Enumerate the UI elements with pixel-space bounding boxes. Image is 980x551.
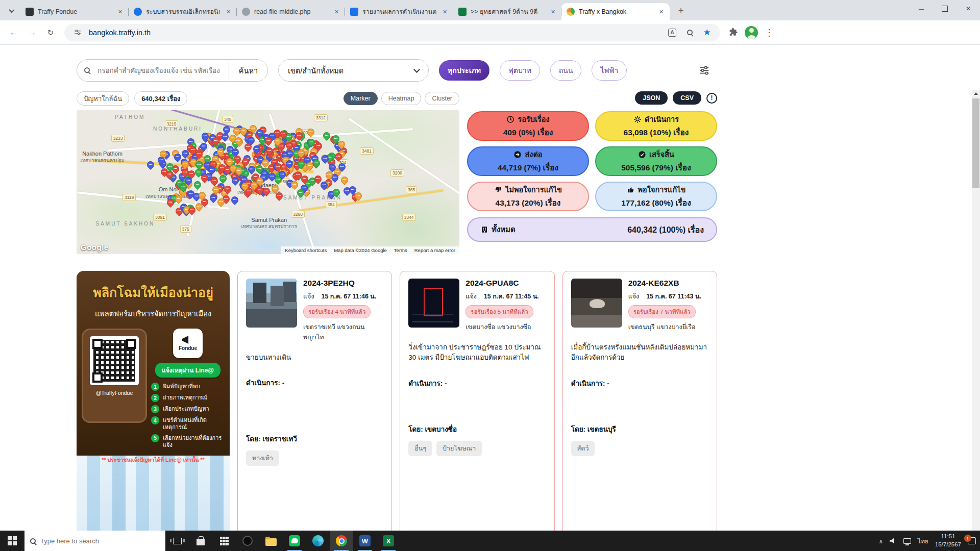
browser-menu-icon[interactable] xyxy=(763,27,775,39)
stat-card-finished[interactable]: เสร็จสิ้น 505,596 (79%) เรื่อง xyxy=(595,146,717,176)
report-card[interactable]: 2024-GPUA8C แจ้ง15 ก.ค. 67 11:45 น. รอรั… xyxy=(400,271,554,531)
map-marker[interactable] xyxy=(233,136,243,146)
tab-strategy[interactable]: >> ยุทธศาสตร์ 9ด้าน 9ดี xyxy=(453,3,561,20)
tab-search-button[interactable] xyxy=(5,4,18,17)
line-app-button[interactable] xyxy=(283,531,306,551)
new-tab-button[interactable] xyxy=(674,4,688,18)
info-icon[interactable] xyxy=(706,93,717,104)
page-scrollbar[interactable] xyxy=(972,90,980,531)
start-button[interactable] xyxy=(0,531,24,551)
type-filter-all[interactable]: ทุกประเภท xyxy=(439,60,489,81)
task-view-button[interactable] xyxy=(165,531,189,551)
map-marker[interactable] xyxy=(145,160,156,170)
tray-expand-icon[interactable] xyxy=(879,536,883,545)
map-marker[interactable] xyxy=(319,180,329,190)
map-marker[interactable] xyxy=(289,180,300,190)
map-marker[interactable] xyxy=(277,169,287,180)
refresh-button[interactable] xyxy=(42,24,59,41)
search-input[interactable] xyxy=(77,67,229,74)
google-map[interactable]: PATHOM NONTHABURI SAMUT PRAKAN SAMUT SAK… xyxy=(77,110,459,254)
report-photo[interactable] xyxy=(246,279,297,328)
tab-close-icon[interactable] xyxy=(116,8,125,16)
word-button[interactable] xyxy=(353,531,377,551)
tab-close-icon[interactable] xyxy=(549,8,557,16)
map-marker[interactable] xyxy=(353,191,363,201)
map-marker[interactable] xyxy=(261,186,272,196)
tab-close-icon[interactable] xyxy=(332,8,341,16)
report-photo[interactable] xyxy=(408,279,459,328)
tab-report-k[interactable]: รายงานผลการดำเนินงานตาม K xyxy=(345,3,453,20)
tab-close-icon[interactable] xyxy=(224,8,233,16)
report-tag[interactable]: อื่นๆ xyxy=(408,441,432,456)
map-marker[interactable] xyxy=(331,187,341,197)
tab-traffy-fondue[interactable]: Traffy Fondue xyxy=(20,3,129,20)
view-heatmap-button[interactable]: Heatmap xyxy=(381,92,422,105)
store-button[interactable] xyxy=(189,531,212,551)
map-marker[interactable] xyxy=(156,155,166,165)
type-filter-footpath[interactable]: ฟุตบาท xyxy=(500,60,540,81)
terms-link[interactable]: Terms xyxy=(394,247,407,253)
map-marker[interactable] xyxy=(320,154,330,164)
map-marker[interactable] xyxy=(260,158,271,168)
map-marker[interactable] xyxy=(165,197,176,208)
map-marker[interactable] xyxy=(273,136,283,146)
keyboard-shortcuts-link[interactable]: Keyboard shortcuts xyxy=(285,247,327,253)
dark-app-button[interactable] xyxy=(236,531,259,551)
csv-export-button[interactable]: CSV xyxy=(673,91,701,105)
window-minimize-button[interactable] xyxy=(910,0,933,17)
view-marker-button[interactable]: Marker xyxy=(344,92,378,105)
notification-icon[interactable]: 1 xyxy=(968,537,976,544)
report-map-error-link[interactable]: Report a map error xyxy=(414,247,455,253)
map-marker[interactable] xyxy=(333,152,344,162)
map-marker[interactable] xyxy=(306,127,316,137)
tab-close-icon[interactable] xyxy=(440,8,449,16)
map-marker[interactable] xyxy=(296,188,306,198)
back-button[interactable] xyxy=(5,24,22,41)
forward-button[interactable] xyxy=(23,24,41,41)
site-settings-icon[interactable] xyxy=(71,27,84,39)
address-bar[interactable]: bangkok.traffy.in.th xyxy=(64,24,720,41)
report-tag[interactable]: ทางเท้า xyxy=(246,450,279,466)
url-text[interactable]: bangkok.traffy.in.th xyxy=(89,29,661,37)
map-marker[interactable] xyxy=(296,159,306,169)
advanced-filter-icon[interactable] xyxy=(699,65,710,76)
window-close-button[interactable] xyxy=(957,0,980,17)
calculator-button[interactable] xyxy=(212,531,236,551)
tab-traffy-bangkok-active[interactable]: Traffy x Bangkok xyxy=(561,3,670,20)
map-marker[interactable] xyxy=(339,176,350,186)
map-marker[interactable] xyxy=(220,132,230,142)
extensions-puzzle-icon[interactable] xyxy=(727,27,740,39)
map-marker[interactable] xyxy=(337,162,347,172)
report-photo[interactable] xyxy=(571,279,622,328)
map-marker[interactable] xyxy=(238,126,249,136)
view-cluster-button[interactable]: Cluster xyxy=(425,92,459,105)
scroll-up-arrow[interactable] xyxy=(972,90,980,97)
map-marker[interactable] xyxy=(296,148,306,158)
zoom-icon[interactable] xyxy=(683,27,696,39)
taskbar-search-input[interactable] xyxy=(40,537,160,545)
stat-card-forwarded[interactable]: ส่งต่อ 44,719 (7%) เรื่อง xyxy=(467,146,589,176)
file-explorer-button[interactable] xyxy=(259,531,283,551)
report-card[interactable]: 2024-KE62XB แจ้ง15 ก.ค. 67 11:43 น. รอรั… xyxy=(562,271,717,531)
json-export-button[interactable]: JSON xyxy=(635,91,668,105)
profile-avatar[interactable] xyxy=(745,26,758,39)
district-dropdown[interactable]: เขต/สำนักทั้งหมด xyxy=(278,59,429,82)
edge-button[interactable] xyxy=(306,531,330,551)
taskbar-search[interactable] xyxy=(24,531,165,551)
map-marker[interactable] xyxy=(174,194,184,204)
stat-card-pending[interactable]: รอรับเรื่อง 409 (0%) เรื่อง xyxy=(467,111,589,141)
window-maximize-button[interactable] xyxy=(933,0,957,17)
tab-saraban[interactable]: ระบบสารบรรณอิเล็กทรอนิกส์ข xyxy=(129,3,237,20)
map-marker[interactable] xyxy=(294,131,304,141)
report-tag[interactable]: ป้ายโฆษณา xyxy=(436,441,482,456)
stat-card-in-progress[interactable]: ดำเนินการ 63,098 (10%) เรื่อง xyxy=(595,111,717,141)
bookmark-star-icon[interactable] xyxy=(701,27,713,39)
map-marker[interactable] xyxy=(240,157,251,167)
clock[interactable]: 11:51 15/7/2567 xyxy=(935,533,961,548)
translate-icon[interactable] xyxy=(666,27,678,39)
scrollbar-thumb[interactable] xyxy=(972,98,979,188)
excel-button[interactable] xyxy=(377,531,400,551)
near-me-pill[interactable]: ปัญหาใกล้ฉัน xyxy=(77,91,129,106)
stat-card-total[interactable]: ทั้งหมด 640,342 (100%) เรื่อง xyxy=(467,217,717,242)
map-marker[interactable] xyxy=(180,159,190,169)
